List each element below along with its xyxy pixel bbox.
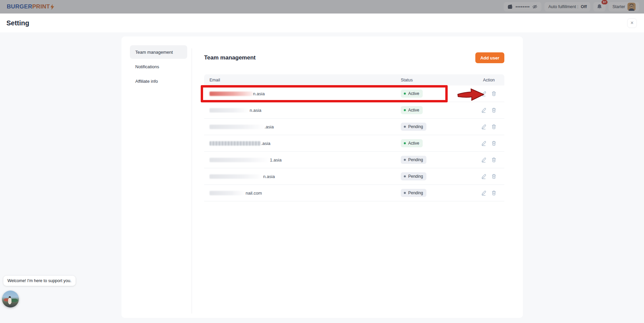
sidebar-item-team-management[interactable]: Team management [130, 45, 187, 59]
add-user-button[interactable]: Add user [475, 52, 504, 63]
sidebar-item-label: Notifications [135, 64, 159, 69]
action-cell [473, 157, 504, 163]
sidebar-item-label: Team management [135, 50, 173, 55]
edit-icon[interactable] [481, 141, 486, 146]
email-visible-text: .asia [264, 124, 274, 129]
redacted-email [209, 191, 245, 195]
delete-icon[interactable] [491, 107, 497, 113]
table-row: .asia Pending [204, 119, 504, 135]
action-cell [473, 141, 504, 146]
redacted-email [209, 158, 270, 162]
edit-icon[interactable] [481, 174, 486, 179]
notifications-button[interactable]: 9+ [593, 2, 606, 11]
table-row: .asia Active [204, 135, 504, 152]
table-body: n.asia Active n.asia Active [204, 85, 504, 201]
email-visible-text: n.asia [263, 174, 275, 179]
settings-title-bar: Setting × [0, 14, 644, 32]
edit-icon[interactable] [481, 107, 486, 113]
wallet-icon [507, 4, 513, 9]
redacted-email [209, 92, 253, 96]
column-header-email: Email [204, 78, 401, 82]
table-row: 1.asia Pending [204, 152, 504, 168]
status-dot [404, 126, 406, 128]
table-row: n.asia Pending [204, 168, 504, 185]
close-icon[interactable]: × [627, 18, 637, 28]
column-header-status: Status [401, 78, 473, 82]
status-label: Active [408, 108, 419, 113]
delete-icon[interactable] [491, 91, 497, 96]
chat-agent-avatar[interactable] [2, 291, 19, 307]
delete-icon[interactable] [491, 124, 497, 129]
user-avatar [627, 3, 636, 11]
status-label: Pending [408, 157, 423, 162]
auto-fulfillment-value: Off [581, 4, 587, 9]
status-badge: Pending [401, 172, 426, 180]
status-dot [404, 109, 406, 111]
email-visible-text: nail.com [246, 191, 262, 196]
redacted-email [209, 141, 261, 146]
email-cell: .asia [204, 124, 401, 129]
email-visible-text: 1.asia [270, 157, 282, 163]
status-badge: Pending [401, 156, 426, 164]
app-root: BURGERPRINT ******** Auto fulfillment : … [0, 0, 644, 323]
action-cell [473, 190, 504, 196]
logo-text-secondary: PRINT [32, 3, 50, 10]
delete-icon[interactable] [491, 190, 497, 196]
account-pill[interactable]: Starter [609, 2, 639, 11]
table-row: nail.com Pending [204, 185, 504, 201]
table-header: Email Status Action [204, 74, 504, 85]
close-glyph: × [631, 20, 634, 26]
redacted-email [209, 125, 264, 129]
status-label: Pending [408, 124, 423, 129]
status-badge: Pending [401, 189, 426, 197]
logo-text-primary: BURGER [7, 3, 32, 10]
status-badge: Active [401, 106, 423, 114]
status-cell: Active [401, 106, 473, 114]
edit-icon[interactable] [481, 124, 486, 129]
status-badge: Active [401, 90, 423, 98]
redacted-email [209, 108, 249, 113]
status-cell: Pending [401, 156, 473, 164]
status-label: Pending [408, 174, 423, 179]
delete-icon[interactable] [491, 141, 497, 146]
edit-icon[interactable] [481, 190, 486, 196]
email-cell: n.asia [204, 174, 401, 179]
email-cell: .asia [204, 141, 401, 146]
column-header-action: Action [473, 78, 504, 82]
email-cell: nail.com [204, 191, 401, 196]
status-badge: Active [401, 139, 423, 147]
edit-icon[interactable] [481, 91, 486, 96]
edit-icon[interactable] [481, 157, 486, 163]
delete-icon[interactable] [491, 157, 497, 163]
eye-slash-icon[interactable] [532, 4, 538, 9]
masked-balance: ******** [515, 4, 530, 9]
plan-label: Starter [612, 4, 625, 9]
status-label: Active [408, 141, 419, 146]
sidebar-item-label: Affiliate info [135, 79, 158, 84]
email-visible-text: n.asia [253, 91, 265, 96]
status-label: Active [408, 91, 419, 96]
status-cell: Active [401, 139, 473, 147]
burgerprints-logo[interactable]: BURGERPRINT [7, 3, 54, 10]
status-cell: Pending [401, 123, 473, 131]
email-visible-text: .asia [261, 141, 270, 146]
section-title: Team management [204, 54, 256, 61]
settings-body: Team management Notifications Affiliate … [0, 32, 644, 323]
page-title: Setting [6, 19, 29, 27]
email-visible-text: n.asia [250, 108, 261, 113]
action-cell [473, 124, 504, 129]
auto-fulfillment-pill[interactable]: Auto fulfillment : Off [544, 2, 590, 11]
email-cell: n.asia [204, 91, 401, 96]
balance-pill[interactable]: ******** [504, 2, 541, 11]
sidebar-item-notifications[interactable]: Notifications [130, 60, 187, 73]
notification-count-badge: 9+ [601, 0, 608, 4]
status-dot [404, 175, 406, 177]
sidebar-item-affiliate-info[interactable]: Affiliate info [130, 74, 187, 88]
table-row: n.asia Active [204, 85, 504, 102]
sidebar-divider [192, 48, 192, 314]
status-cell: Active [401, 90, 473, 98]
status-cell: Pending [401, 189, 473, 197]
top-header: BURGERPRINT ******** Auto fulfillment : … [0, 0, 644, 14]
delete-icon[interactable] [491, 174, 497, 179]
status-cell: Pending [401, 172, 473, 180]
